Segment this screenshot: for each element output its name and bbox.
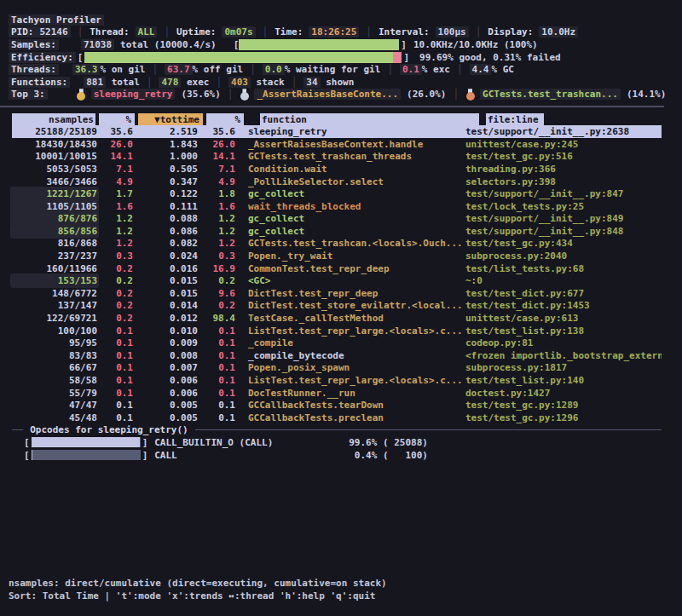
table-row[interactable]: ► 5053/5053 7.1 0.505 7.1 Condition.wait… (12, 163, 662, 176)
cell-file-line: test/support/__init__.py:2638 (465, 126, 662, 137)
col-function[interactable]: function (260, 113, 479, 126)
cell-direct-pct: 26.0 (97, 139, 133, 150)
cell-cumulative-pct: 0.2 (198, 275, 235, 286)
separator: │ (453, 89, 459, 100)
stat-item: 0.0% waiting for gil (263, 64, 380, 75)
opcode-name: CALL_BUILTIN_O (CALL) (154, 437, 349, 448)
stat-value: 0.1 (400, 64, 422, 75)
stat-suffix: exec (181, 77, 209, 88)
app-title: Tachyon Profiler (9, 14, 104, 26)
table-row[interactable]: ► 153/153 0.2 0.015 0.2 <GC> ~:0 (12, 274, 662, 287)
top-function-name: sleeping_retry (91, 89, 176, 100)
cell-function: DocTestRunner.__run (235, 388, 465, 399)
table-row[interactable]: ► 58/58 0.1 0.006 0.1 ListTest.test_repr… (12, 374, 662, 387)
table-row[interactable]: ► 816/868 1.2 0.082 1.2 GCTests.test_tra… (12, 238, 662, 250)
bar-open-bracket: [ (24, 450, 30, 461)
cell-function: _compile_bytecode (235, 350, 465, 361)
cell-function: GCTests.test_trashcan.<locals>.Ouch... (235, 238, 465, 249)
table-row[interactable]: ► 876/876 1.2 0.088 1.2 gc_collect test/… (12, 213, 662, 226)
cell-direct-pct: 14.1 (97, 151, 133, 162)
table-row[interactable]: ► 95/95 0.1 0.009 0.1 _compile codeop.py… (12, 337, 662, 349)
col-cumulative-pct[interactable]: % (206, 113, 244, 126)
table-row[interactable]: ► 45/48 0.1 0.005 0.1 GCCallbackTests.pr… (12, 412, 662, 424)
cell-nsamples: 153/153 (12, 275, 97, 286)
cell-direct-pct: 0.2 (97, 263, 133, 274)
col-nsamples[interactable]: nsamples (12, 113, 95, 126)
cell-cumulative-pct: 98.4 (198, 313, 235, 324)
table-row[interactable]: ► 55/79 0.1 0.006 0.1 DocTestRunner.__ru… (12, 387, 662, 400)
table-row[interactable]: ► 83/83 0.1 0.008 0.1 _compile_bytecode … (12, 349, 662, 362)
stat-item: 403 stack (228, 77, 285, 88)
cell-direct-pct: 1.2 (97, 226, 133, 237)
dash-glyph: ── (12, 424, 23, 435)
bar-close-bracket: ] (403, 52, 409, 63)
cell-file-line: test/test_dict.py:1453 (465, 300, 662, 311)
interval-value: 100µs (436, 26, 469, 37)
opcode-name: CALL (154, 450, 349, 461)
cell-cumulative-pct: 1.2 (198, 226, 235, 237)
table-header: nsamples % ▼tottime % function file:line (12, 113, 682, 126)
status-bar: PID:52146 │ Thread:ALL │ Uptime:0m07s │ … (0, 26, 682, 39)
table-row[interactable]: ► 3466/3466 4.9 0.347 4.9 _PollLikeSelec… (12, 176, 662, 188)
cell-cumulative-pct: 14.1 (198, 151, 235, 162)
separator: │ (366, 26, 372, 37)
cell-function: DictTest.test_store_evilattr.<local... (235, 300, 465, 311)
opcode-row: [] CALL 0.4% ( 100) (0, 449, 682, 462)
opcodes-list: [] CALL_BUILTIN_O (CALL)99.6% ( 25088) [… (0, 436, 682, 461)
cell-function: gc_collect (235, 213, 465, 224)
thread-value[interactable]: ALL (136, 26, 158, 37)
cell-cumulative-pct: 1.6 (198, 201, 235, 212)
cell-nsamples: 66/67 (12, 362, 97, 373)
opcode-row: [] CALL_BUILTIN_O (CALL)99.6% ( 25088) (0, 436, 682, 449)
cell-cumulative-pct: 1.2 (198, 213, 235, 224)
pid-field: PID:52146 (9, 26, 71, 37)
cell-file-line: selectors.py:398 (465, 176, 662, 187)
cell-tottime: 0.015 (133, 288, 198, 299)
separator: │ (263, 26, 269, 37)
medal-silver-icon (240, 89, 249, 100)
table-row[interactable]: ► 25188/25189 35.6 2.519 35.6 sleeping_r… (12, 125, 662, 138)
cell-tottime: 0.122 (133, 188, 198, 199)
table-row[interactable]: ► 1105/1105 1.6 0.111 1.6 wait_threads_b… (12, 200, 662, 213)
top-function-pct: (26.0%) (407, 89, 446, 100)
table-row[interactable]: ► 66/67 0.1 0.007 0.1 Popen._posix_spawn… (12, 362, 662, 375)
medal-disc (466, 92, 475, 101)
table-row[interactable]: ► 10001/10015 14.1 1.000 14.1 GCTests.te… (12, 151, 662, 164)
samples-rate: 10.0KHz/10.0KHz (100%) (413, 39, 538, 50)
top-function-item: sleeping_retry(35.6%) (77, 89, 221, 100)
table-row[interactable]: ► 137/147 0.2 0.014 0.2 DictTest.test_st… (12, 300, 662, 313)
cell-function: sleeping_retry (235, 126, 465, 137)
samples-row: Samples: 71038 total (10000.4/s) [] 10.0… (0, 38, 682, 51)
table-row[interactable]: ► 47/47 0.1 0.005 0.1 GCCallbackTests.te… (12, 399, 662, 412)
separator: │ (164, 26, 170, 37)
cell-nsamples: 100/100 (12, 325, 97, 337)
col-file-line[interactable]: file:line (486, 113, 544, 126)
cell-function: DictTest.test_repr_deep (235, 288, 465, 299)
stat-suffix: % off gil (193, 64, 244, 75)
col-tottime-sorted[interactable]: ▼tottime (138, 113, 203, 126)
table-row[interactable]: ► 122/69721 0.2 0.012 98.4 TestCase._cal… (12, 312, 662, 325)
cell-function: GCCallbackTests.tearDown (235, 400, 465, 411)
cell-nsamples: 95/95 (12, 337, 97, 348)
table-row[interactable]: ► 148/6772 0.2 0.015 9.6 DictTest.test_r… (12, 287, 662, 300)
table-row[interactable]: ► 1221/1267 1.7 0.122 1.8 gc_collect tes… (12, 187, 662, 200)
stat-item: 63.7% off gil (165, 64, 243, 75)
table-row[interactable]: ► 18430/18430 26.0 1.843 26.0 _AssertRai… (12, 138, 662, 151)
cell-cumulative-pct: 0.1 (198, 412, 235, 423)
bar-close-bracket: ] (142, 437, 148, 448)
opcode-bar (32, 437, 141, 447)
opcodes-section-header: ── Opcodes for sleeping_retry() (0, 424, 682, 437)
cell-function: ListTest.test_repr_large.<locals>.c... (235, 375, 465, 386)
table-row[interactable]: ► 856/856 1.2 0.086 1.2 gc_collect test/… (12, 225, 662, 238)
cell-file-line: test/support/__init__.py:848 (465, 226, 662, 237)
bar-close-bracket: ] (142, 450, 148, 461)
cell-file-line: subprocess.py:1817 (465, 362, 662, 373)
table-row[interactable]: ► 100/100 0.1 0.010 0.1 ListTest.test_re… (12, 325, 662, 337)
uptime-value: 0m07s (222, 26, 255, 37)
medal-disc (240, 92, 249, 101)
stat-suffix: % exc (422, 64, 450, 75)
cell-direct-pct: 0.2 (97, 275, 133, 286)
table-row[interactable]: ► 237/237 0.3 0.024 0.3 Popen._try_wait … (12, 250, 662, 262)
table-row[interactable]: ► 160/11966 0.2 0.016 16.9 CommonTest.te… (12, 262, 662, 275)
col-direct-pct[interactable]: % (99, 113, 135, 126)
